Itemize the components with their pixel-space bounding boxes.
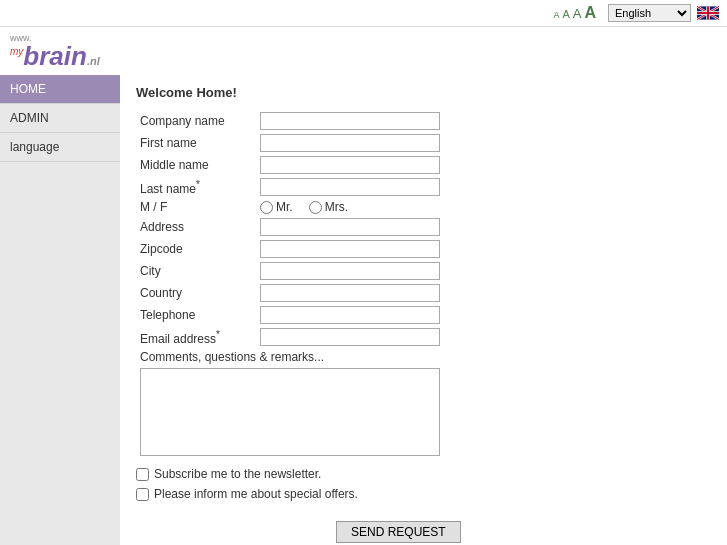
header: www. mybrain.nl: [0, 27, 727, 75]
firstname-label: First name: [136, 132, 256, 154]
country-label: Country: [136, 282, 256, 304]
mf-label: M / F: [136, 198, 256, 216]
welcome-title: Welcome Home!: [136, 85, 711, 100]
email-input[interactable]: [260, 328, 440, 346]
address-input[interactable]: [260, 218, 440, 236]
offers-checkbox-row: Please inform me about special offers.: [136, 487, 711, 501]
middlename-label: Middle name: [136, 154, 256, 176]
flag-uk-icon: [697, 6, 719, 20]
company-label: Company name: [136, 110, 256, 132]
middlename-input[interactable]: [260, 156, 440, 174]
mr-option[interactable]: Mr.: [260, 200, 293, 214]
country-input[interactable]: [260, 284, 440, 302]
zipcode-input[interactable]: [260, 240, 440, 258]
lastname-input[interactable]: [260, 178, 440, 196]
sidebar: HOME ADMIN language: [0, 75, 120, 545]
mrs-radio[interactable]: [309, 201, 322, 214]
newsletter-label: Subscribe me to the newsletter.: [154, 467, 321, 481]
lastname-label: Last name*: [136, 176, 256, 198]
firstname-input[interactable]: [260, 134, 440, 152]
telephone-input[interactable]: [260, 306, 440, 324]
email-label: Email address*: [136, 326, 256, 348]
address-label: Address: [136, 216, 256, 238]
comments-label: Comments, questions & remarks...: [140, 350, 324, 364]
sidebar-item-admin[interactable]: ADMIN: [0, 104, 120, 133]
mrs-option[interactable]: Mrs.: [309, 200, 348, 214]
mr-radio[interactable]: [260, 201, 273, 214]
main-layout: HOME ADMIN language Welcome Home! Compan…: [0, 75, 727, 545]
language-select[interactable]: English Nederlands Deutsch Français: [608, 4, 691, 22]
sidebar-item-language[interactable]: language: [0, 133, 120, 162]
content-area: Welcome Home! Company name First name Mi…: [120, 75, 727, 545]
zipcode-label: Zipcode: [136, 238, 256, 260]
city-label: City: [136, 260, 256, 282]
logo[interactable]: www. mybrain.nl: [10, 33, 100, 69]
newsletter-checkbox[interactable]: [136, 468, 149, 481]
top-bar: A A A A English Nederlands Deutsch Franç…: [0, 0, 727, 27]
company-input[interactable]: [260, 112, 440, 130]
font-size-large[interactable]: A: [584, 4, 596, 22]
contact-form: Company name First name Middle name Last…: [136, 110, 444, 461]
send-request-button[interactable]: SEND REQUEST: [336, 521, 461, 543]
font-size-medium-small[interactable]: A: [562, 8, 569, 20]
font-size-controls: A A A A: [553, 4, 596, 22]
comments-textarea[interactable]: [140, 368, 440, 456]
font-size-medium[interactable]: A: [573, 6, 582, 21]
offers-label: Please inform me about special offers.: [154, 487, 358, 501]
font-size-small[interactable]: A: [553, 10, 559, 20]
telephone-label: Telephone: [136, 304, 256, 326]
gender-radio-group: Mr. Mrs.: [260, 200, 440, 214]
sidebar-item-home[interactable]: HOME: [0, 75, 120, 104]
city-input[interactable]: [260, 262, 440, 280]
newsletter-checkbox-row: Subscribe me to the newsletter.: [136, 467, 711, 481]
logo-brain: mybrain.nl: [10, 41, 100, 71]
offers-checkbox[interactable]: [136, 488, 149, 501]
